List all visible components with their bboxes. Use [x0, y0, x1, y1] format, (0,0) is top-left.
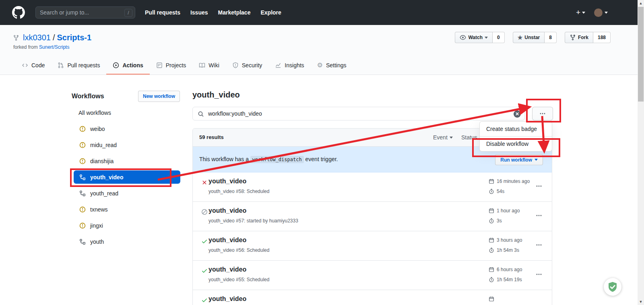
fork-source-link[interactable]: Sunert/Scripts [39, 44, 69, 50]
tab-insights[interactable]: Insights [268, 58, 310, 75]
fork-label: Fork [578, 35, 588, 40]
stopwatch-icon [489, 218, 494, 224]
chevron-down-icon [485, 37, 488, 39]
scrollbar-up-arrow[interactable]: ▲ [638, 0, 644, 6]
shield-icon [232, 62, 239, 68]
stopwatch-icon [489, 277, 494, 282]
alert-icon [79, 206, 86, 213]
runs-filter-input[interactable] [208, 107, 502, 120]
repo-forked-icon [13, 35, 19, 41]
run-title-link[interactable]: youth_video [208, 237, 246, 244]
run-title-link[interactable]: youth_video [208, 295, 246, 303]
star-icon: ★ [518, 35, 523, 40]
run-workflow-button[interactable]: Run workflow [495, 154, 543, 165]
run-title-link[interactable]: youth_video [208, 178, 246, 185]
run-time: 1 hour ago [489, 208, 520, 214]
success-status-icon [201, 268, 208, 274]
tab-pull-requests[interactable]: Pull requests [51, 58, 106, 75]
tab-label: Insights [285, 62, 304, 68]
tab-code[interactable]: Code [15, 58, 51, 75]
tab-wiki[interactable]: Wiki [192, 58, 225, 75]
run-title-link[interactable]: youth_video [208, 266, 246, 273]
workflow-label: youth_video [90, 174, 123, 181]
sidebar-item-youth[interactable]: youth [74, 235, 180, 248]
sidebar-item-txnews[interactable]: txnews [74, 203, 180, 216]
workflow-label: youth [90, 239, 104, 245]
menu-item-disable-workflow[interactable]: Disable workflow [480, 136, 552, 151]
nav-explore[interactable]: Explore [260, 9, 281, 16]
workflow-icon [79, 190, 86, 197]
run-title-link[interactable]: youth_video [208, 207, 246, 214]
banner-text-after: event trigger. [305, 156, 338, 162]
scrollbar-thumb[interactable] [638, 7, 644, 102]
run-duration: 3s [489, 218, 502, 224]
run-row: youth_video youth_video #57: started by … [193, 202, 552, 231]
nav-pull-requests[interactable]: Pull requests [145, 9, 180, 16]
global-search-input[interactable] [40, 7, 120, 18]
workflows-heading: Workflows [72, 93, 104, 100]
status-filter-label: Status [461, 134, 477, 141]
tab-label: Pull requests [67, 62, 100, 68]
sidebar-item-weibo[interactable]: weibo [74, 122, 180, 135]
unstar-button[interactable]: ★ Unstar [513, 32, 545, 43]
workflow-label: weibo [90, 126, 105, 132]
scrollbar-down-arrow[interactable]: ▼ [638, 299, 644, 305]
fork-count[interactable]: 188 [593, 32, 611, 43]
repo-owner-link[interactable]: lxk0301 [23, 33, 51, 42]
new-workflow-button[interactable]: New workflow [138, 91, 180, 102]
github-logo-icon[interactable] [12, 6, 25, 19]
event-filter-dropdown[interactable]: Event [433, 134, 453, 141]
sidebar-item-all-workflows[interactable]: All workflows [74, 106, 180, 119]
repo-header: lxk0301 / Scripts-1 forked from Sunert/S… [0, 25, 644, 75]
tab-label: Code [31, 62, 45, 68]
user-menu[interactable] [594, 8, 608, 17]
watch-count[interactable]: 0 [493, 32, 505, 43]
event-filter-label: Event [433, 134, 448, 141]
kebab-icon [539, 110, 546, 117]
tab-actions[interactable]: Actions [106, 58, 149, 75]
search-icon [198, 111, 204, 117]
run-workflow-label: Run workflow [500, 157, 532, 163]
workflow-label: dianshijia [90, 158, 114, 164]
menu-item-create-status-badge[interactable]: Create status badge [480, 122, 552, 136]
code-icon [22, 62, 28, 68]
tab-label: Security [242, 62, 262, 68]
run-row: youth_video [193, 290, 552, 305]
sidebar-item-youth-read[interactable]: youth_read [74, 187, 180, 200]
browser-scrollbar[interactable]: ▲ ▼ [638, 0, 644, 305]
run-subtitle: youth_video #55: Scheduled [208, 277, 269, 282]
sidebar-item-midu-read[interactable]: midu_read [74, 138, 180, 151]
adguard-badge[interactable] [604, 278, 621, 296]
plus-icon: + [576, 8, 580, 17]
tab-label: Actions [122, 62, 143, 68]
tab-projects[interactable]: Projects [150, 58, 193, 75]
run-options-button[interactable] [536, 212, 545, 220]
run-options-button[interactable] [536, 271, 545, 279]
tab-security[interactable]: Security [226, 58, 269, 75]
run-options-button[interactable] [536, 183, 545, 191]
nav-issues[interactable]: Issues [190, 9, 208, 16]
run-duration: 1h 54m 19s [489, 277, 522, 282]
workflow-icon [79, 239, 86, 245]
workflow-options-menu: Create status badge Disable workflow [479, 121, 552, 151]
create-new-menu[interactable]: + [576, 8, 585, 17]
workflow-label: jingxi [90, 222, 103, 229]
repo-name-link[interactable]: Scripts-1 [57, 33, 92, 42]
sidebar-item-jingxi[interactable]: jingxi [74, 219, 180, 232]
star-count[interactable]: 8 [545, 32, 557, 43]
calendar-icon [489, 208, 494, 214]
watch-button[interactable]: Watch [455, 32, 493, 43]
sidebar-item-youth-video[interactable]: youth_video [74, 170, 180, 184]
sidebar-item-dianshijia[interactable]: dianshijia [74, 154, 180, 168]
nav-marketplace[interactable]: Marketplace [218, 9, 251, 16]
run-time: 16 minutes ago [489, 178, 530, 184]
fork-note: forked from Sunert/Scripts [13, 44, 69, 50]
run-row: youth_video youth_video #58: Scheduled 1… [193, 172, 552, 202]
tab-settings[interactable]: ⚙ Settings [311, 58, 353, 75]
calendar-icon [489, 267, 494, 272]
alert-icon [79, 126, 86, 132]
run-options-button[interactable] [536, 242, 545, 250]
results-count: 59 results [199, 134, 224, 140]
clear-filter-button[interactable]: ✕ [514, 110, 521, 118]
fork-button[interactable]: Fork [565, 32, 593, 43]
